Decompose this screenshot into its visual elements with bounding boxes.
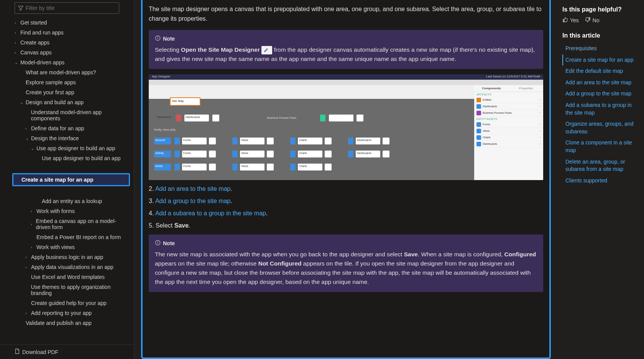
thumbs-up-icon (562, 17, 568, 24)
nav-item-create-your-first-app[interactable]: Create your first app (15, 87, 130, 97)
note-text-1: Selecting Open the Site Map Designer fro… (155, 45, 537, 64)
helpful-title: Is this page helpful? (562, 6, 639, 13)
chevron-icon: › (15, 20, 19, 25)
left-sidebar: ›Get started›Find and run apps›Create ap… (0, 0, 134, 359)
chevron-icon: › (25, 265, 30, 269)
chevron-icon: › (15, 30, 19, 35)
toc-item-add-a-group-to-the-site-map[interactable]: Add a group to the site map (562, 88, 639, 100)
toc-item-edit-the-default-site-map[interactable]: Edit the default site map (562, 66, 639, 77)
chevron-icon: › (31, 222, 35, 226)
nav-item-use-app-designer-to-build-an-app[interactable]: Use app designer to build an app (15, 153, 130, 163)
app-designer-screenshot: App DesignerLast Saved on 11/5/2017 6:31… (149, 74, 543, 180)
article-highlight-box: The site map designer opens a canvas tha… (141, 0, 551, 359)
nav-item-label: Create your first app (26, 89, 74, 95)
toc-item-clients-supported[interactable]: Clients supported (562, 175, 639, 187)
step-2-link[interactable]: Add an area to the site map (155, 185, 231, 192)
nav-item-what-are-model-driven-apps-[interactable]: What are model-driven apps? (15, 67, 130, 77)
nav-item-hidden-item-above[interactable]: hidden item above (15, 163, 130, 173)
chevron-icon: ⌄ (20, 100, 25, 105)
filter-input[interactable] (23, 4, 116, 12)
nav-item-add-reporting-to-your-app[interactable]: ›Add reporting to your app (15, 308, 130, 318)
nav-item-label: Get started (20, 20, 47, 26)
nav-item-design-and-build-an-app[interactable]: ⌄Design and build an app (15, 97, 130, 107)
step-3: 3. Add a group to the site map. (149, 198, 543, 205)
note-text-2: The new site map is associated with the … (155, 250, 537, 287)
nav-item-label: Use app designer to build an app (42, 155, 120, 161)
nav-item-apply-data-visualizations-in-an-app[interactable]: ›Apply data visualizations in an app (15, 262, 130, 272)
toc-item-add-an-area-to-the-site-map[interactable]: Add an area to the site map (562, 77, 639, 89)
nav-tree[interactable]: ›Get started›Find and run apps›Create ap… (0, 16, 134, 344)
nav-item-work-with-views[interactable]: ›Work with views (15, 242, 130, 252)
nav-item-embed-a-canvas-app-on-a-model-driven-for[interactable]: ›Embed a canvas app on a model-driven fo… (15, 216, 130, 232)
nav-item-understand-model-driven-app-components[interactable]: Understand model-driven app components (15, 107, 130, 123)
nav-item-label: Add reporting to your app (31, 310, 92, 316)
info-icon (155, 240, 161, 247)
nav-item-label: Find and run apps (20, 30, 64, 36)
nav-item-label: Define data for an app (31, 125, 84, 131)
download-pdf-label: Download PDF (22, 349, 58, 355)
open-designer-bold: Open the Site Map Designer (181, 46, 260, 53)
filter-box[interactable] (15, 2, 119, 14)
note-head: Note (155, 35, 537, 42)
nav-item-canvas-apps[interactable]: ›Canvas apps (15, 48, 130, 57)
step-4-link[interactable]: Add a subarea to a group in the site map (155, 210, 266, 216)
nav-item-label: Design and build an app (26, 99, 84, 105)
nav-item-add-or-edit-app-components[interactable]: Add or edit app components (15, 186, 130, 196)
nav-item-add-an-entity-as-a-lookup[interactable]: Add an entity as a lookup (15, 196, 130, 206)
nav-item-embed-a-power-bi-report-on-a-form[interactable]: Embed a Power BI report on a form (15, 232, 130, 242)
toc-list: PrerequisitesCreate a site map for an ap… (562, 43, 639, 186)
content-wrap: The site map designer opens a canvas tha… (134, 0, 644, 359)
components-panel: Components Properties ARTIFACTS Entities… (474, 85, 543, 180)
step-4: 4. Add a subarea to a group in the site … (149, 210, 543, 217)
nav-item-model-driven-apps[interactable]: ⌄Model-driven apps (15, 57, 130, 67)
chevron-icon: ⌄ (25, 136, 30, 141)
helpful-no-button[interactable]: No (585, 17, 600, 24)
nav-item-validate-and-publish-an-app[interactable]: Validate and publish an app (15, 318, 130, 328)
nav-item-use-app-designer-to-build-an-app[interactable]: ⌄Use app designer to build an app (15, 143, 130, 153)
nav-item-create-apps[interactable]: ›Create apps (15, 38, 130, 48)
toc-item-prerequisites[interactable]: Prerequisites (562, 43, 639, 54)
nav-item-use-themes-to-apply-organization-brandin[interactable]: Use themes to apply organization brandin… (15, 282, 130, 298)
nav-item-label: Work with views (36, 244, 75, 250)
nav-item-create-guided-help-for-your-app[interactable]: Create guided help for your app (15, 298, 130, 308)
nav-item-create-a-site-map-for-an-app[interactable]: Create a site map for an app (12, 173, 130, 186)
nav-item-use-excel-and-word-templates[interactable]: Use Excel and Word templates (15, 272, 130, 282)
download-icon (15, 349, 20, 355)
nav-item-label: Create apps (20, 39, 49, 46)
svg-point-5 (158, 241, 158, 242)
sitemap-tile-highlight: Site Map (170, 97, 200, 106)
helpful-yes-button[interactable]: Yes (562, 17, 579, 24)
note-box-2: Note The new site map is associated with… (149, 234, 543, 292)
step-3-link[interactable]: Add a group to the site map (155, 198, 231, 204)
step-2: 2. Add an area to the site map. (149, 185, 543, 192)
steps-list: 2. Add an area to the site map. 3. Add a… (149, 185, 543, 229)
chevron-icon: › (25, 311, 30, 315)
nav-item-explore-sample-apps[interactable]: Explore sample apps (15, 77, 130, 87)
nav-item-label: Embed a canvas app on a model-driven for… (36, 218, 130, 230)
nav-item-label: Explore sample apps (26, 79, 76, 85)
nav-item-label: Model-driven apps (20, 59, 64, 66)
nav-item-work-with-forms[interactable]: ›Work with forms (15, 206, 130, 216)
nav-item-find-and-run-apps[interactable]: ›Find and run apps (15, 28, 130, 38)
note-title-2: Note (163, 240, 175, 246)
toc-item-create-a-site-map-for-an-app[interactable]: Create a site map for an app (562, 54, 639, 66)
toc-item-delete-an-area-group-or-subarea-from-a-s[interactable]: Delete an area, group, or subarea from a… (562, 156, 639, 175)
nav-item-design-the-interface[interactable]: ⌄Design the interface (15, 133, 130, 143)
nav-item-label: Create a site map for an app (21, 177, 94, 183)
nav-item-get-started[interactable]: ›Get started (15, 18, 130, 28)
download-pdf-button[interactable]: Download PDF (0, 344, 134, 359)
nav-item-apply-business-logic-in-an-app[interactable]: ›Apply business logic in an app (15, 252, 130, 262)
chevron-icon: › (25, 255, 30, 259)
toc-item-organize-areas-groups-and-subareas[interactable]: Organize areas, groups, and subareas (562, 118, 639, 137)
note-box-1: Note Selecting Open the Site Map Designe… (149, 30, 543, 69)
right-rail: Is this page helpful? Yes No In this art… (558, 0, 644, 359)
note-head-2: Note (155, 240, 537, 247)
toc-item-clone-a-component-in-a-site-map[interactable]: Clone a component in a site map (562, 137, 639, 156)
nav-item-label: Add or edit app components (42, 188, 109, 194)
nav-item-label: Understand model-driven app components (31, 109, 130, 121)
filter-icon (18, 5, 23, 11)
nav-item-define-data-for-an-app[interactable]: ›Define data for an app (15, 123, 130, 133)
note-title: Note (163, 36, 175, 42)
toc-item-add-a-subarea-to-a-group-in-the-site-map[interactable]: Add a subarea to a group in the site map (562, 100, 639, 118)
nav-item-label: Add an entity as a lookup (42, 198, 102, 204)
